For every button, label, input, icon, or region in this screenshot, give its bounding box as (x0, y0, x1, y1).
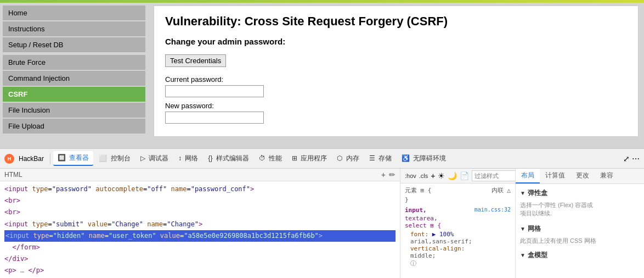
sidebar-item-setup-reset-db[interactable]: Setup / Reset DB (3, 37, 145, 52)
style-panel: :hov .cls + ☀ 🌙 📄 元素 ⊞ { 内联 △ } input, m… (400, 169, 516, 278)
inspector-icon: 🔲 (58, 154, 66, 162)
snapshot-icon[interactable]: 📄 (460, 171, 469, 180)
new-password-input[interactable] (165, 112, 264, 124)
more-icon[interactable]: ⋯ (632, 154, 640, 163)
html-line-5[interactable]: <input type="hidden" name="user_token" v… (4, 230, 396, 242)
layout-content: ▼ 弹性盒 选择一个弹性 (Flex) 容器或项目以继续. ▼ 网格 此页面上没… (516, 184, 644, 268)
sidebar-item-home[interactable]: Home (3, 5, 145, 20)
add-rule-icon[interactable]: + (431, 171, 435, 180)
content-box: Vulnerability: Cross Site Request Forger… (154, 5, 639, 137)
accessibility-icon: ♿ (402, 154, 410, 162)
layout-panel-tabs: 布局 计算值 更改 兼容 (516, 169, 644, 184)
new-password-label: New password: (165, 102, 627, 110)
devtools-bar: H HackBar 🔲 查看器 ⬜ 控制台 ▷ 调试器 ↕ 网络 {} 样式编辑… (0, 148, 644, 168)
style-filter-input[interactable] (472, 170, 516, 181)
html-line-7: </div> (4, 253, 396, 265)
devtools-tab-performance[interactable]: ⏱ 性能 (255, 152, 286, 165)
current-password-input[interactable] (165, 85, 264, 97)
hov-label[interactable]: :hov (405, 173, 416, 179)
html-header-left: HTML (4, 171, 22, 179)
grid-placeholder: 此页面上没有使用 CSS 网格 (520, 237, 640, 245)
style-element-row: 元素 ⊞ { 内联 △ (405, 186, 511, 194)
layout-tab-compat[interactable]: 兼容 (595, 169, 619, 184)
style-panel-header: :hov .cls + ☀ 🌙 📄 (400, 169, 515, 184)
devtools-tab-accessibility[interactable]: ♿ 无障碍环境 (397, 152, 450, 165)
style-input-selector: input, main.css:32 (405, 207, 511, 214)
devtools-tab-apps[interactable]: ⊞ 应用程序 (287, 152, 331, 165)
flexbox-label: 弹性盒 (528, 188, 547, 198)
style-textarea-selector: textarea, (405, 215, 511, 222)
layout-tab-layout[interactable]: 布局 (516, 169, 540, 184)
sidebar-item-brute-force[interactable]: Brute Force (3, 55, 145, 70)
html-line-4: <input type="submit" value="Change" name… (4, 219, 396, 230)
boxmodel-section-title[interactable]: ▼ 盒模型 (520, 251, 640, 260)
style-font-prop: font: ▶ 100% (405, 231, 511, 238)
new-password-row: New password: (165, 102, 627, 124)
devtools-tab-storage[interactable]: ☰ 存储 (365, 152, 396, 165)
html-label: HTML (4, 171, 22, 179)
sidebar-item-csrf[interactable]: CSRF (3, 87, 145, 102)
flexbox-section-title[interactable]: ▼ 弹性盒 (520, 188, 640, 198)
html-line-6: </form> (4, 242, 396, 253)
performance-icon: ⏱ (259, 154, 265, 162)
html-line-2: <br> (4, 195, 396, 207)
devtools-tab-memory[interactable]: ⬡ 内存 (332, 152, 363, 165)
content-area: Vulnerability: Cross Site Request Forger… (148, 3, 644, 148)
devtools-tab-network[interactable]: ↕ 网络 (174, 152, 202, 165)
memory-icon: ⬡ (337, 154, 342, 162)
style-font-family: arial,sans-serif; (405, 238, 511, 245)
expand-icon[interactable]: ⤢ (623, 154, 630, 163)
boxmodel-arrow: ▼ (520, 252, 526, 258)
devtools-tab-inspector[interactable]: 🔲 查看器 (53, 151, 93, 166)
devtools-panel: HTML + ✏ <input type="password" autocomp… (0, 168, 644, 278)
hackbar-label: HackBar (19, 155, 44, 163)
style-info-row: ⓘ (405, 259, 511, 268)
style-close-brace: } (405, 196, 511, 203)
sep1 (50, 153, 50, 164)
sidebar-item-instructions[interactable]: Instructions (3, 21, 145, 36)
style-select-selector: select ⊞ { (405, 222, 511, 229)
pick-element-icon[interactable]: ✏ (389, 170, 396, 179)
console-icon: ⬜ (99, 154, 107, 162)
flexbox-placeholder: 选择一个弹性 (Flex) 容器或项目以继续. (520, 201, 640, 218)
devtools-tab-console[interactable]: ⬜ 控制台 (94, 152, 134, 165)
page-title: Vulnerability: Cross Site Request Forger… (165, 14, 627, 29)
debugger-icon: ▷ (140, 154, 145, 162)
boxmodel-label: 盒模型 (528, 251, 547, 260)
html-line-8: <p> … </p> (4, 265, 396, 276)
sidebar: Home Instructions Setup / Reset DB Brute… (0, 3, 148, 148)
main-layout: Home Instructions Setup / Reset DB Brute… (0, 3, 644, 148)
sidebar-item-file-upload[interactable]: File Upload (3, 119, 145, 134)
html-header-right: + ✏ (381, 170, 396, 179)
grid-label: 网格 (528, 224, 541, 233)
html-line-1: <input type="password" autocomplete="off… (4, 184, 396, 195)
grid-section-title[interactable]: ▼ 网格 (520, 224, 640, 233)
test-credentials-button[interactable]: Test Credentials (165, 54, 226, 67)
storage-icon: ☰ (369, 154, 375, 162)
add-node-icon[interactable]: + (381, 170, 386, 179)
html-line-3: <br> (4, 207, 396, 218)
html-panel-header: HTML + ✏ (0, 169, 400, 181)
dark-theme-icon[interactable]: 🌙 (448, 171, 457, 180)
grid-arrow: ▼ (520, 226, 526, 232)
devtools-more: ⤢ ⋯ (623, 154, 640, 163)
style-content: 元素 ⊞ { 内联 △ } input, main.css:32 textare… (400, 184, 515, 270)
light-theme-icon[interactable]: ☀ (438, 171, 445, 180)
network-icon: ↕ (178, 154, 182, 162)
sidebar-item-file-inclusion[interactable]: File Inclusion (3, 103, 145, 118)
html-content: <input type="password" autocomplete="off… (0, 181, 400, 278)
layout-tab-computed[interactable]: 计算值 (540, 169, 570, 184)
layout-tab-changes[interactable]: 更改 (570, 169, 595, 184)
apps-icon: ⊞ (292, 154, 297, 162)
devtools-tab-debugger[interactable]: ▷ 调试器 (136, 152, 173, 165)
section-label: Change your admin password: (165, 37, 627, 46)
sidebar-item-command-injection[interactable]: Command Injection (3, 71, 145, 86)
hackbar-logo: H (4, 154, 14, 164)
flexbox-arrow: ▼ (520, 190, 526, 196)
devtools-tab-style-editor[interactable]: {} 样式编辑器 (204, 152, 253, 165)
current-password-label: Current password: (165, 75, 627, 84)
style-vertical-align-prop: vertical-align: (405, 245, 511, 252)
layout-panel: 布局 计算值 更改 兼容 ▼ 弹性盒 选择一个弹性 (Flex) 容器或项目以继… (516, 169, 644, 278)
html-panel: HTML + ✏ <input type="password" autocomp… (0, 169, 400, 278)
cls-label[interactable]: .cls (419, 173, 428, 179)
